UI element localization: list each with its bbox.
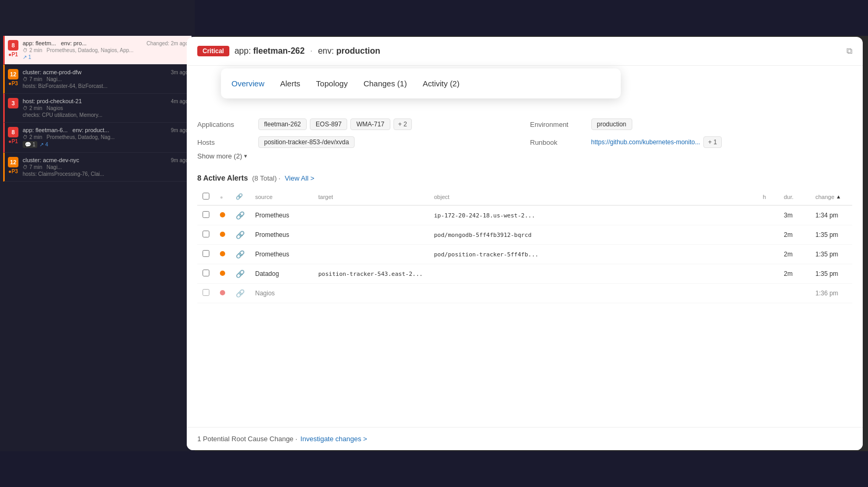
row3-checkbox[interactable]: [203, 250, 209, 257]
investigate-changes-link[interactable]: Investigate changes >: [300, 435, 367, 443]
item-time-5: 9m ago: [171, 157, 188, 163]
th-object: object: [429, 188, 758, 205]
app-tag-more[interactable]: + 2: [393, 118, 412, 130]
sidebar-item-1[interactable]: 8 ●P1 app: fleetm... env: pro... Changed…: [3, 36, 191, 65]
row4-object: [429, 264, 758, 284]
item-content-3: host: prod-checkout-21 4m ago ⏱ 2 min Na…: [23, 98, 188, 118]
hosts-row: Hosts position-tracker-853-/dev/xvda: [197, 136, 520, 148]
external-link-icon[interactable]: ⧉: [846, 46, 852, 56]
separator: ·: [310, 46, 312, 55]
header-title: app: fleetman-262 · env: production: [235, 46, 380, 56]
tabs-panel: Overview Alerts Topology Changes (1) Act…: [221, 68, 621, 98]
env-tag: production: [591, 118, 632, 130]
sidebar-item-2[interactable]: 12 ●P3 cluster: acme-prod-dfw 3m ago ⏱ 7…: [3, 65, 191, 94]
sidebar-item-3[interactable]: 3 ●P1 host: prod-checkout-21 4m ago ⏱ 2 …: [3, 94, 191, 123]
row3-h: [758, 245, 779, 264]
th-h: h: [758, 188, 779, 205]
app-tag-1[interactable]: fleetman-262: [258, 118, 307, 130]
alert-row-2: 🔗 Prometheus pod/mongodb-5ff4fb3912-bqrc…: [197, 225, 852, 245]
app-tag-3[interactable]: WMA-717: [350, 118, 390, 130]
runbook-values: https://github.com/kubernetes-monito... …: [591, 136, 722, 148]
item-source-2: ⏱ 7 min Nagi...: [23, 76, 188, 82]
alert-row-4: 🔗 Datadog position-tracker-543.east-2...…: [197, 264, 852, 284]
row1-change: 1:34 pm: [810, 205, 852, 225]
row3-link-icon[interactable]: 🔗: [236, 250, 245, 259]
bottom-area: [0, 451, 868, 487]
item-time-4: 9m ago: [171, 127, 188, 133]
alert-row-5: 🔗 Nagios 1:36 pm: [197, 284, 852, 303]
item-comment-4: 💬 1: [23, 141, 37, 148]
row5-target: [313, 284, 429, 303]
priority-1: ●P1: [8, 52, 18, 57]
app-tag-2[interactable]: EOS-897: [310, 118, 347, 130]
row4-status-dot: [220, 271, 225, 276]
item-content-5: cluster: acme-dev-nyc 9m ago ⏱ 7 min Nag…: [23, 157, 188, 177]
row2-checkbox[interactable]: [203, 231, 209, 237]
badge-3: 3: [8, 98, 18, 108]
tab-overview[interactable]: Overview: [231, 76, 265, 91]
view-all-link[interactable]: View All >: [285, 174, 315, 182]
row5-link-icon[interactable]: 🔗: [236, 289, 245, 297]
chevron-down-icon: ▾: [244, 153, 247, 160]
applications-label: Applications: [197, 118, 250, 128]
row1-link-icon[interactable]: 🔗: [236, 211, 245, 220]
row2-change: 1:35 pm: [810, 225, 852, 245]
row1-checkbox[interactable]: [203, 211, 209, 218]
environment-values: production: [591, 118, 632, 130]
badge-1: 8: [8, 40, 18, 51]
app-name: fleetman-262: [253, 46, 305, 55]
item-checks-3: checks: CPU utilization, Memory...: [23, 112, 188, 118]
footer-text: 1 Potential Root Cause Change ·: [197, 435, 297, 443]
tab-topology[interactable]: Topology: [316, 76, 348, 91]
badge-5: 12: [8, 157, 18, 167]
environment-row: Environment production: [530, 118, 853, 130]
tab-changes[interactable]: Changes (1): [364, 76, 407, 91]
row4-source: Datadog: [250, 264, 313, 284]
row5-h: [758, 284, 779, 303]
app-label: app:: [235, 46, 251, 55]
row2-object: pod/mongodb-5ff4fb3912-bqrcd: [429, 225, 758, 245]
detail-grid: Applications fleetman-262 EOS-897 WMA-71…: [197, 118, 852, 148]
row3-object: pod/position-tracker-5ff4fb...: [429, 245, 758, 264]
row2-status-dot: [220, 232, 225, 237]
row1-source: Prometheus: [250, 205, 313, 225]
item-title-3: host: prod-checkout-21: [23, 98, 169, 104]
item-source-5: ⏱ 7 min Nagi...: [23, 164, 188, 170]
row4-checkbox[interactable]: [203, 270, 209, 276]
item-changes-1: ↗ 1: [23, 54, 31, 60]
host-tag: position-tracker-853-/dev/xvda: [258, 136, 355, 148]
item-time-2: 3m ago: [171, 69, 188, 75]
item-content-1: app: fleetm... env: pro... Changed: 2m a…: [23, 40, 188, 60]
sidebar-item-4[interactable]: 8 ●P1 app: fleetman-6... env: product...…: [3, 123, 191, 153]
row2-dur: 2m: [779, 225, 810, 245]
th-checkbox: [197, 188, 215, 205]
row4-link-icon[interactable]: 🔗: [236, 270, 245, 278]
sort-arrow-icon: ▲: [836, 194, 841, 200]
row5-source: Nagios: [250, 284, 313, 303]
select-all-checkbox[interactable]: [203, 193, 209, 200]
show-more-button[interactable]: Show more (2) ▾: [197, 148, 852, 168]
row5-checkbox[interactable]: [203, 289, 209, 296]
row3-status-dot: [220, 251, 225, 256]
detail-section: Applications fleetman-262 EOS-897 WMA-71…: [187, 108, 863, 174]
tab-alerts[interactable]: Alerts: [280, 76, 300, 91]
tab-activity[interactable]: Activity (2): [422, 76, 459, 91]
row3-dur: 2m: [779, 245, 810, 264]
th-source: source: [250, 188, 313, 205]
incident-header: Critical app: fleetman-262 · env: produc…: [187, 37, 863, 66]
row1-h: [758, 205, 779, 225]
alerts-count: (8 Total) ·: [252, 174, 280, 182]
item-title-5: cluster: acme-dev-nyc: [23, 157, 169, 163]
runbook-more[interactable]: + 1: [703, 136, 722, 148]
runbook-link[interactable]: https://github.com/kubernetes-monito...: [591, 138, 700, 146]
item-source-3: ⏱ 2 min Nagios: [23, 105, 188, 111]
row1-object: ip-172-20-242-18.us-west-2...: [429, 205, 758, 225]
environment-label: Environment: [530, 118, 583, 128]
row4-target: position-tracker-543.east-2...: [313, 264, 429, 284]
item-source-4: ⏱ 2 min Prometheus, Datadog, Nag...: [23, 134, 188, 140]
alerts-title: 8 Active Alerts: [197, 174, 248, 182]
sidebar-item-5[interactable]: 12 ●P3 cluster: acme-dev-nyc 9m ago ⏱ 7 …: [3, 153, 191, 182]
critical-badge: Critical: [197, 46, 229, 56]
row2-link-icon[interactable]: 🔗: [236, 231, 245, 239]
item-hosts-5: hosts: ClaimsProcessing-76, Clai...: [23, 171, 188, 177]
